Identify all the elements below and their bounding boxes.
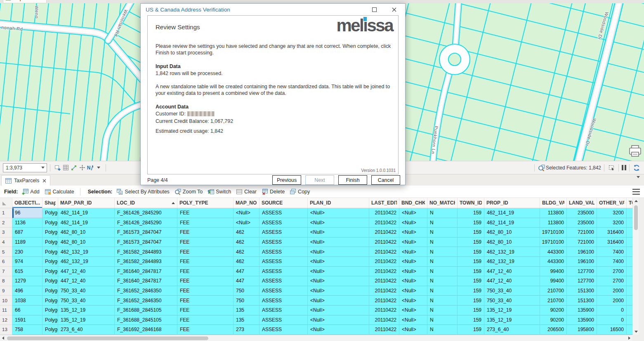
table-cell[interactable]: N bbox=[427, 296, 458, 306]
table-cell[interactable]: <Null> bbox=[399, 218, 427, 228]
column-header-6[interactable]: SOURCE bbox=[259, 198, 308, 208]
table-cell[interactable]: Polygon bbox=[42, 238, 58, 247]
table-cell[interactable]: 447_12_40 bbox=[484, 276, 540, 286]
table-cell[interactable]: FEE bbox=[177, 286, 234, 296]
calculate-field-button[interactable]: Calculate bbox=[45, 188, 74, 195]
finish-button[interactable]: Finish bbox=[338, 175, 367, 185]
column-header-11[interactable]: TOWN_ID bbox=[458, 198, 484, 208]
table-cell[interactable]: <Null> bbox=[308, 296, 369, 306]
column-header-16[interactable]: TOTAL_VAL bbox=[627, 198, 632, 208]
table-cell[interactable]: 20110422 bbox=[369, 247, 399, 257]
table-cell[interactable]: 750 bbox=[234, 286, 259, 296]
row-number[interactable]: 11 bbox=[0, 306, 12, 315]
table-cell[interactable]: 230 bbox=[12, 247, 42, 257]
table-cell[interactable]: <Null> bbox=[399, 257, 427, 267]
row-number[interactable]: 5 bbox=[0, 247, 12, 257]
table-cell[interactable]: 159 bbox=[458, 306, 484, 315]
table-cell[interactable]: F_361692_2846168 bbox=[115, 325, 177, 335]
column-header-10[interactable]: NO_MATCH bbox=[427, 198, 458, 208]
table-cell[interactable]: ASSESS bbox=[259, 276, 308, 286]
table-cell[interactable]: <Null> bbox=[399, 208, 427, 218]
table-cell[interactable]: 1038 bbox=[12, 296, 42, 306]
table-cell[interactable]: FEE bbox=[177, 315, 234, 325]
table-cell[interactable]: 443300 bbox=[540, 257, 567, 267]
table-cell[interactable]: 135_12_19 bbox=[484, 315, 540, 325]
table-cell[interactable]: FEE bbox=[177, 238, 234, 247]
table-cell[interactable]: 462_114_19 bbox=[58, 218, 115, 228]
maximize-button[interactable] bbox=[367, 5, 381, 14]
table-cell[interactable] bbox=[627, 306, 632, 315]
table-cell[interactable]: <Null> bbox=[399, 238, 427, 247]
table-cell[interactable]: Polygon bbox=[42, 325, 58, 335]
table-cell[interactable]: Polygon bbox=[42, 286, 58, 296]
table-cell[interactable]: FEE bbox=[177, 276, 234, 286]
table-row[interactable]: 7615Polygon447_12_40F_361640_2847817FEE4… bbox=[0, 267, 632, 277]
table-cell[interactable]: F_361688_2845105 bbox=[115, 315, 177, 325]
table-cell[interactable]: <Null> bbox=[234, 208, 259, 218]
table-cell[interactable]: F_361688_2845105 bbox=[115, 306, 177, 315]
table-cell[interactable]: F_361426_2845290 bbox=[115, 218, 177, 228]
table-cell[interactable]: 462 bbox=[234, 228, 259, 238]
table-cell[interactable]: N bbox=[427, 247, 458, 257]
chevron-down-icon[interactable] bbox=[39, 164, 47, 172]
table-cell[interactable]: <Null> bbox=[399, 315, 427, 325]
row-number[interactable]: 1 bbox=[0, 208, 12, 218]
table-cell[interactable]: 20110422 bbox=[369, 315, 399, 325]
row-number[interactable]: 3 bbox=[0, 228, 12, 238]
table-cell[interactable]: 159 bbox=[458, 325, 484, 335]
column-header-7[interactable]: PLAN_ID bbox=[308, 198, 369, 208]
table-cell[interactable]: Polygon bbox=[42, 247, 58, 257]
table-cell[interactable]: 151300 bbox=[567, 296, 597, 306]
table-cell[interactable]: N bbox=[427, 276, 458, 286]
table-cell[interactable]: 99400 bbox=[540, 276, 567, 286]
table-cell[interactable]: 159 bbox=[458, 208, 484, 218]
table-cell[interactable]: 3200 bbox=[597, 218, 627, 228]
table-cell[interactable]: <Null> bbox=[399, 276, 427, 286]
table-cell[interactable]: F_361582_2844893 bbox=[115, 247, 177, 257]
table-cell[interactable]: <Null> bbox=[399, 296, 427, 306]
table-cell[interactable]: N bbox=[427, 325, 458, 335]
table-cell[interactable]: N bbox=[427, 267, 458, 277]
table-cell[interactable]: 235000 bbox=[567, 208, 597, 218]
column-header-3[interactable]: LOC_ID bbox=[115, 198, 177, 208]
table-cell[interactable]: 113800 bbox=[540, 218, 567, 228]
table-cell[interactable]: <Null> bbox=[308, 208, 369, 218]
table-cell[interactable]: 462_80_10 bbox=[58, 228, 115, 238]
table-cell[interactable]: F_361426_2845290 bbox=[115, 208, 177, 218]
table-cell[interactable]: 2700 bbox=[597, 276, 627, 286]
table-cell[interactable]: 206500 bbox=[540, 325, 567, 335]
grid-icon[interactable] bbox=[61, 164, 70, 172]
table-cell[interactable]: 496 bbox=[12, 286, 42, 296]
table-cell[interactable]: 135_12_19 bbox=[58, 315, 115, 325]
cancel-button[interactable]: Cancel bbox=[371, 175, 400, 185]
table-cell[interactable] bbox=[627, 325, 632, 335]
table-cell[interactable]: 447 bbox=[234, 267, 259, 277]
table-cell[interactable]: F_361573_2847047 bbox=[115, 238, 177, 247]
table-cell[interactable]: N bbox=[427, 286, 458, 296]
table-cell[interactable]: <Null> bbox=[308, 247, 369, 257]
table-cell[interactable]: Polygon bbox=[42, 228, 58, 238]
table-cell[interactable]: 750_33_40 bbox=[484, 286, 540, 296]
table-cell[interactable]: 1591 bbox=[12, 315, 42, 325]
table-cell[interactable]: 127700 bbox=[567, 267, 597, 277]
table-cell[interactable] bbox=[627, 286, 632, 296]
close-icon[interactable] bbox=[42, 179, 46, 183]
table-cell[interactable]: 113800 bbox=[540, 208, 567, 218]
table-cell[interactable]: <Null> bbox=[308, 286, 369, 296]
table-cell[interactable]: ASSESS bbox=[259, 286, 308, 296]
table-cell[interactable]: 316400 bbox=[597, 228, 627, 238]
select-all-corner[interactable] bbox=[0, 198, 12, 208]
table-cell[interactable] bbox=[627, 257, 632, 267]
table-cell[interactable] bbox=[627, 276, 632, 286]
scrollbar-thumb[interactable] bbox=[634, 205, 638, 230]
column-header-2[interactable]: MAP_PAR_ID bbox=[58, 198, 115, 208]
table-cell[interactable]: 7400 bbox=[597, 257, 627, 267]
table-cell[interactable]: 273 bbox=[234, 325, 259, 335]
column-header-9[interactable]: BND_CHK bbox=[399, 198, 427, 208]
table-cell[interactable]: 195800 bbox=[567, 325, 597, 335]
table-cell[interactable]: 3200 bbox=[597, 208, 627, 218]
table-cell[interactable]: Polygon bbox=[42, 208, 58, 218]
table-cell[interactable]: 96 bbox=[12, 208, 42, 218]
table-cell[interactable]: N bbox=[427, 208, 458, 218]
row-number[interactable]: 4 bbox=[0, 238, 12, 247]
